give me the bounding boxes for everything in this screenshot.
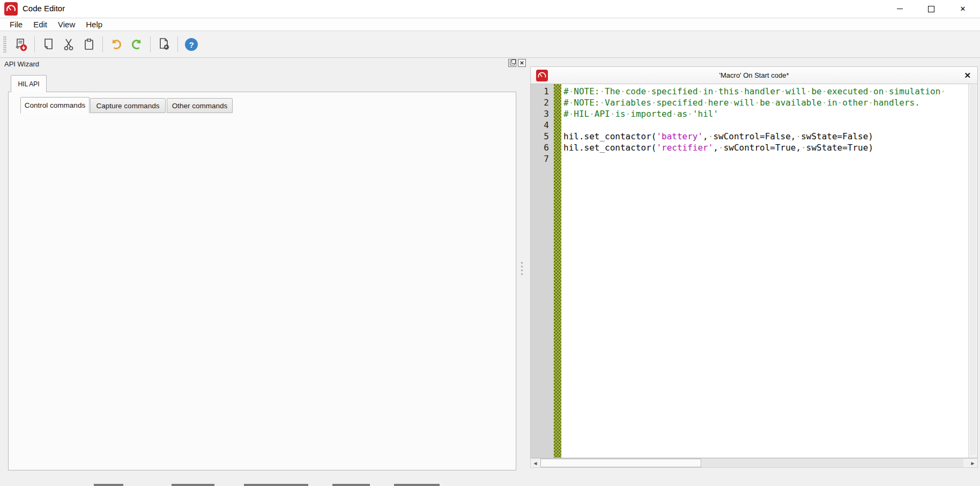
code-lines[interactable]: #·NOTE:·The·code·specified·in·this·handl… bbox=[563, 84, 968, 458]
apply-code-icon bbox=[13, 37, 28, 52]
fold-margin bbox=[554, 84, 561, 458]
undo-icon bbox=[109, 37, 124, 52]
dock-float-button[interactable] bbox=[508, 59, 516, 67]
menu-bar: File Edit View Help bbox=[0, 18, 980, 31]
apply-code-button[interactable] bbox=[11, 34, 31, 55]
minimize-button[interactable] bbox=[887, 0, 912, 18]
menu-edit[interactable]: Edit bbox=[28, 18, 53, 31]
window-title: Code Editor bbox=[23, 4, 65, 13]
menu-view[interactable]: View bbox=[53, 18, 80, 31]
app-logo-icon bbox=[4, 2, 18, 16]
code-settings-button[interactable] bbox=[154, 34, 174, 55]
dock-title: API Wizard bbox=[4, 60, 39, 68]
cut-button[interactable] bbox=[58, 34, 79, 55]
dock-float-icon bbox=[510, 61, 515, 65]
toolbar-drag-handle[interactable] bbox=[3, 36, 6, 53]
api-wizard-panel bbox=[8, 92, 516, 470]
copy-button[interactable] bbox=[38, 34, 58, 55]
scrollbar-thumb[interactable] bbox=[540, 459, 701, 467]
cutoff-artifact bbox=[172, 484, 214, 486]
redo-button[interactable] bbox=[127, 34, 147, 55]
toolbar: ? bbox=[0, 32, 980, 58]
maximize-icon bbox=[928, 6, 934, 12]
undo-button[interactable] bbox=[106, 34, 127, 55]
paste-button[interactable] bbox=[79, 34, 99, 55]
tab-hil-api[interactable]: HIL API bbox=[11, 75, 47, 92]
editor-title: 'Macro' On Start code* bbox=[531, 71, 977, 79]
toolbar-separator bbox=[150, 36, 151, 53]
menu-help[interactable]: Help bbox=[80, 18, 108, 31]
code-editor[interactable]: 1234567 #·NOTE:·The·code·specified·in·th… bbox=[530, 84, 978, 458]
cutoff-artifact bbox=[394, 484, 440, 486]
menu-file[interactable]: File bbox=[4, 18, 28, 31]
paste-icon bbox=[82, 38, 96, 51]
dock-close-icon: ✕ bbox=[519, 61, 524, 66]
app-window: Code Editor ✕ File Edit View Help bbox=[0, 0, 980, 486]
cutoff-artifact bbox=[244, 484, 308, 486]
cut-icon bbox=[62, 38, 76, 51]
toolbar-separator bbox=[102, 36, 103, 53]
editor-vscrollbar[interactable] bbox=[968, 84, 977, 458]
editor-hscrollbar[interactable]: ◄ ► bbox=[530, 458, 978, 468]
redo-icon bbox=[129, 37, 144, 52]
help-icon: ? bbox=[185, 38, 198, 51]
toolbar-separator bbox=[34, 36, 35, 53]
cutoff-artifact bbox=[332, 484, 370, 486]
editor-close-button[interactable]: ✕ bbox=[964, 71, 971, 80]
help-button[interactable]: ? bbox=[181, 34, 202, 55]
tab-control-commands[interactable]: Control commands bbox=[20, 97, 90, 114]
close-icon: ✕ bbox=[960, 5, 966, 13]
minimize-icon bbox=[897, 9, 903, 9]
tab-capture-commands[interactable]: Capture commands bbox=[90, 98, 166, 113]
scroll-right-icon[interactable]: ► bbox=[968, 459, 977, 467]
editor-header[interactable]: 'Macro' On Start code* ✕ bbox=[530, 66, 978, 84]
line-number-gutter: 1234567 bbox=[531, 84, 554, 458]
line-numbers: 1234567 bbox=[531, 84, 554, 165]
macro-file-icon bbox=[536, 70, 548, 81]
maximize-button[interactable] bbox=[919, 0, 944, 18]
toolbar-separator bbox=[177, 36, 178, 53]
copy-icon bbox=[41, 38, 55, 51]
title-bar: Code Editor ✕ bbox=[0, 0, 980, 18]
splitter-handle[interactable] bbox=[519, 260, 524, 277]
dock-close-button[interactable]: ✕ bbox=[518, 59, 526, 67]
cutoff-artifact bbox=[94, 484, 123, 486]
code-settings-icon bbox=[157, 37, 172, 52]
close-button[interactable]: ✕ bbox=[951, 0, 975, 18]
tab-other-commands[interactable]: Other commands bbox=[167, 98, 233, 113]
scroll-left-icon[interactable]: ◄ bbox=[531, 459, 540, 467]
